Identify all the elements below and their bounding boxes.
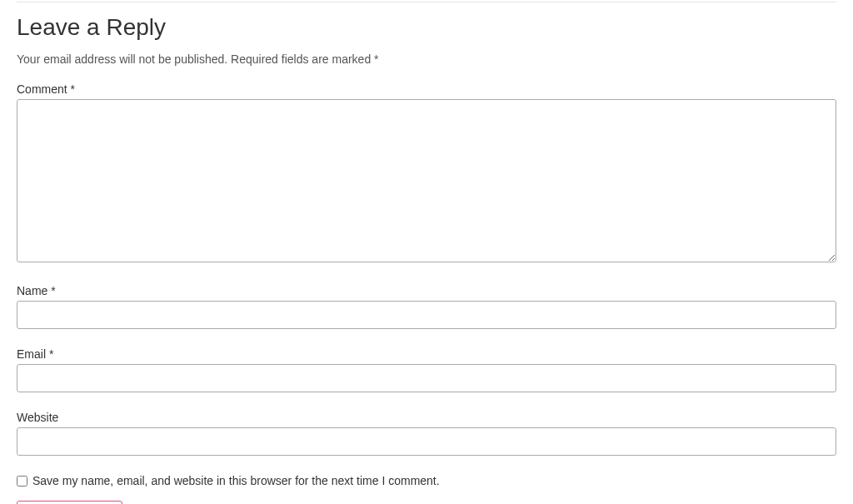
name-field-group: Name * <box>17 284 836 329</box>
website-label: Website <box>17 411 836 424</box>
email-label: Email * <box>17 347 836 361</box>
email-field-group: Email * <box>17 347 836 392</box>
consent-checkbox[interactable] <box>17 476 27 487</box>
consent-row: Save my name, email, and website in this… <box>17 474 836 487</box>
notes-prefix: Your email address will not be published… <box>17 52 227 66</box>
reply-title: Leave a Reply <box>17 14 836 41</box>
top-divider <box>17 2 836 2</box>
form-notes: Your email address will not be published… <box>17 52 836 66</box>
name-input[interactable] <box>17 301 836 329</box>
email-label-text: Email <box>17 347 49 361</box>
post-comment-button[interactable]: Post Comment <box>17 501 122 504</box>
name-required-mark: * <box>51 284 55 297</box>
comment-field-group: Comment * <box>17 82 836 266</box>
website-field-group: Website <box>17 411 836 456</box>
comment-required-mark: * <box>71 82 75 96</box>
comment-form-container: Leave a Reply Your email address will no… <box>17 0 836 504</box>
name-label: Name * <box>17 284 836 297</box>
notes-required-mark: * <box>374 52 378 66</box>
email-input[interactable] <box>17 364 836 392</box>
comment-textarea[interactable] <box>17 99 836 262</box>
comment-label-text: Comment <box>17 82 71 96</box>
consent-label: Save my name, email, and website in this… <box>32 474 440 487</box>
notes-required: Required fields are marked <box>231 52 371 66</box>
comment-label: Comment * <box>17 82 836 96</box>
website-label-text: Website <box>17 411 58 424</box>
email-required-mark: * <box>49 347 53 361</box>
name-label-text: Name <box>17 284 51 297</box>
website-input[interactable] <box>17 427 836 456</box>
